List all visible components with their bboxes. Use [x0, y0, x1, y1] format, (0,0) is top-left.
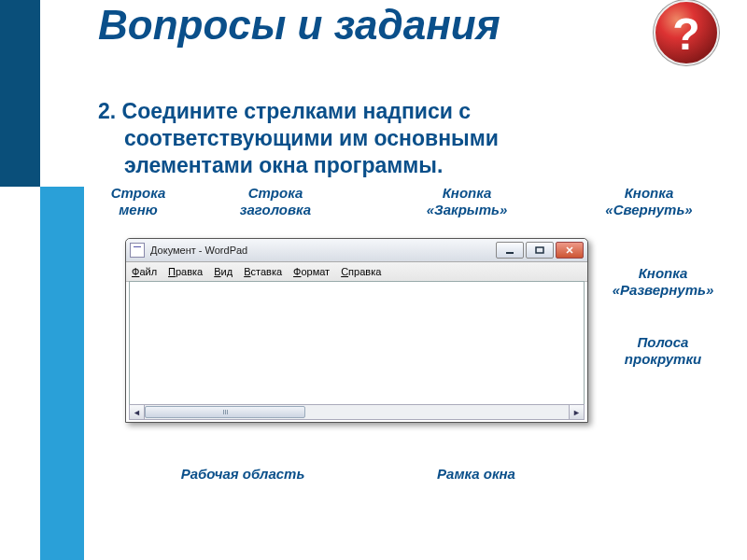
svg-rect-2	[506, 252, 514, 254]
scroll-track[interactable]	[145, 405, 569, 419]
menu-format[interactable]: Формат	[293, 266, 330, 277]
menu-insert[interactable]: Вставка	[244, 266, 282, 277]
window-title-text: Документ - WordPad	[150, 245, 247, 256]
wordpad-window: Документ - WordPad Файл Правка Вид Встав…	[125, 238, 588, 423]
help-badge: ?	[649, 0, 724, 70]
sidebar-dark	[0, 0, 40, 187]
scroll-thumb[interactable]	[145, 406, 305, 418]
label-menu-line: Строка меню	[101, 185, 176, 218]
label-maximize-btn: Кнопка «Развернуть»	[598, 265, 728, 299]
minimize-button[interactable]	[496, 242, 524, 259]
window-menubar[interactable]: Файл Правка Вид Вставка Формат Справка	[126, 262, 587, 282]
menu-view[interactable]: Вид	[214, 266, 233, 277]
label-title-line: Строка заголовка	[224, 185, 327, 218]
maximize-icon	[535, 246, 544, 254]
question-mark-icon: ?	[672, 9, 699, 59]
label-minimize-btn: Кнопка «Свернуть»	[593, 185, 705, 218]
horizontal-scrollbar[interactable]: ◄ ►	[129, 404, 585, 420]
svg-rect-3	[536, 247, 543, 253]
window-titlebar[interactable]: Документ - WordPad	[126, 239, 587, 262]
minimize-icon	[505, 246, 514, 254]
close-button[interactable]	[556, 242, 584, 259]
close-icon	[565, 246, 574, 254]
maximize-button[interactable]	[526, 242, 554, 259]
label-close-btn: Кнопка «Закрыть»	[411, 185, 523, 218]
sidebar-light	[40, 187, 84, 560]
menu-file[interactable]: Файл	[132, 266, 157, 277]
window-workarea[interactable]	[129, 281, 585, 405]
scroll-right-arrow-icon[interactable]: ►	[569, 405, 584, 419]
scroll-left-arrow-icon[interactable]: ◄	[130, 405, 145, 419]
label-frame: Рамка окна	[416, 466, 537, 483]
label-scrollbar: Полоса прокрутки	[607, 334, 719, 368]
label-workarea: Рабочая область	[159, 466, 327, 483]
document-icon	[130, 243, 145, 258]
menu-edit[interactable]: Правка	[168, 266, 203, 277]
page-title: Вопросы и задания	[98, 2, 500, 49]
menu-help[interactable]: Справка	[341, 266, 381, 277]
question-text: 2. Соедините стрелками надписи с соответ…	[98, 98, 658, 178]
